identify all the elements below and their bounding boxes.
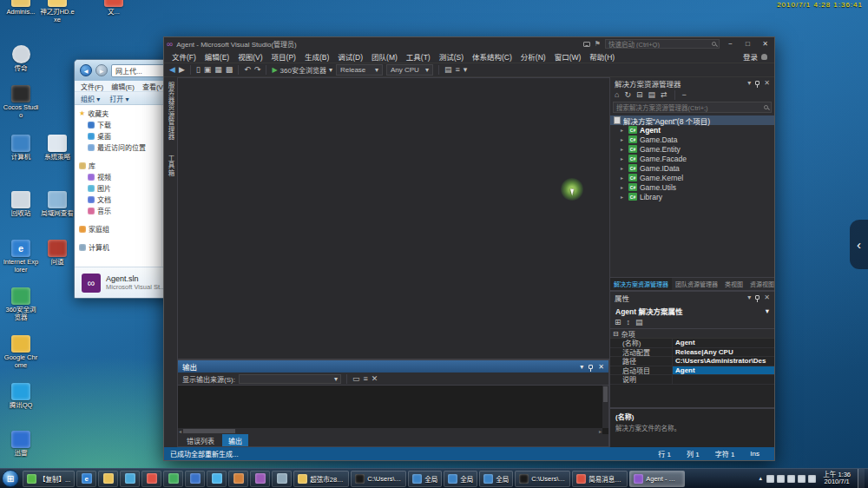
taskbar-icon-360-safe[interactable] bbox=[163, 471, 183, 487]
close-output-icon[interactable]: ✕ bbox=[372, 375, 378, 383]
tray-volume-icon[interactable] bbox=[777, 475, 785, 483]
chevron-right-icon[interactable]: ▸ bbox=[621, 146, 626, 152]
close-icon[interactable]: ✕ bbox=[598, 363, 604, 371]
desktop-icon-network-tool[interactable]: 局域网查看 bbox=[39, 191, 76, 218]
output-content[interactable]: ◂ ▸ bbox=[178, 386, 608, 434]
minimize-button[interactable]: − bbox=[724, 40, 737, 48]
property-pages-icon[interactable]: ▤ bbox=[635, 319, 643, 326]
properties-icon[interactable]: ▤ bbox=[648, 91, 656, 99]
vs-menu-n[interactable]: 分析(N) bbox=[516, 51, 550, 62]
explorer-command-button[interactable]: 组织 ▾ bbox=[81, 94, 100, 103]
explorer-tree-item-music[interactable]: 音乐 bbox=[75, 205, 161, 216]
toolbar-overflow-icon[interactable]: ▾ bbox=[464, 66, 468, 74]
vs-menu-w[interactable]: 窗口(W) bbox=[550, 51, 586, 62]
notifications-flag-icon[interactable]: ⚑ bbox=[595, 40, 601, 48]
desktop-icon-app[interactable]: 文... bbox=[95, 0, 132, 16]
property-row[interactable]: 说明 bbox=[610, 375, 774, 385]
explorer-tree-item-documents[interactable]: 文档 bbox=[75, 194, 161, 205]
property-value[interactable]: Agent bbox=[673, 339, 774, 347]
vs-menu-v[interactable]: 视图(V) bbox=[233, 51, 266, 62]
explorer-menu-item[interactable]: 查看(V) bbox=[142, 82, 166, 91]
desktop-icon-chrome[interactable]: Google Chrome bbox=[3, 335, 39, 369]
explorer-tree-item-libraries[interactable]: 库 bbox=[75, 160, 161, 171]
taskbar-icon-thunder[interactable] bbox=[185, 471, 205, 487]
explorer-tree-item-desktop[interactable]: 桌面 bbox=[75, 130, 161, 142]
taskbar-icon-qq[interactable] bbox=[207, 471, 227, 487]
property-value[interactable]: C:\Users\Administrator\Des bbox=[673, 357, 774, 366]
solution-search-input[interactable]: 搜索解决方案资源管理器(Ctrl+;) bbox=[613, 102, 772, 113]
window-position-icon[interactable]: ▾ bbox=[747, 293, 751, 301]
desktop-icon-qq[interactable]: 腾讯QQ bbox=[3, 383, 39, 410]
scroll-left-icon[interactable]: ◂ bbox=[179, 428, 181, 434]
chevron-right-icon[interactable]: ▸ bbox=[621, 194, 626, 200]
vs-menu-m[interactable]: 团队(M) bbox=[367, 51, 402, 62]
tray-network-icon[interactable] bbox=[787, 475, 795, 483]
chevron-right-icon[interactable]: ▸ bbox=[621, 155, 626, 162]
navigate-forward-icon[interactable]: ▶ bbox=[179, 66, 185, 74]
explorer-menu-item[interactable]: 编辑(E) bbox=[111, 82, 135, 91]
scrollbar-thumb[interactable] bbox=[183, 429, 235, 433]
show-desktop-button[interactable] bbox=[858, 469, 865, 488]
start-debug-button[interactable]: ▶ 360安全浏览器 ▾ bbox=[272, 65, 332, 75]
redo-icon[interactable]: ↷ bbox=[254, 66, 261, 74]
properties-header[interactable]: 属性 ▾ ✕ bbox=[610, 292, 774, 303]
tab-server-explorer[interactable]: 服务器资源管理器 bbox=[166, 82, 175, 141]
refresh-icon[interactable]: ↻ bbox=[624, 91, 631, 99]
alphabetical-icon[interactable]: ↕ bbox=[627, 319, 631, 326]
project-node-library[interactable]: ▸C#Library bbox=[610, 192, 774, 201]
maximize-button[interactable]: □ bbox=[741, 40, 754, 48]
chevron-right-icon[interactable]: ▸ bbox=[621, 127, 626, 133]
panel-tab[interactable]: 类视图 bbox=[721, 278, 746, 290]
scroll-right-icon[interactable]: ▸ bbox=[599, 428, 602, 434]
explorer-tree-item-computer[interactable]: 计算机 bbox=[75, 241, 161, 253]
taskbar-button-message-expert-window[interactable]: 简易消息专家 bbox=[572, 471, 628, 487]
window-position-icon[interactable]: ▾ bbox=[747, 79, 751, 87]
vs-menu-p[interactable]: 项目(P) bbox=[267, 51, 300, 62]
tray-power-icon[interactable] bbox=[808, 475, 816, 483]
solution-root-node[interactable]: 解决方案“Agent”(8 个项目) bbox=[610, 115, 774, 125]
desktop-icon-cocos-studio[interactable]: Cocos Studio bbox=[3, 85, 39, 119]
navigate-back-icon[interactable]: ◀ bbox=[169, 66, 175, 74]
editor-area[interactable] bbox=[177, 77, 609, 359]
taskbar-icon-editor[interactable] bbox=[250, 471, 270, 487]
property-value[interactable]: Agent bbox=[673, 366, 774, 375]
desktop-icon-user-folder[interactable]: Adminis... bbox=[3, 0, 39, 16]
vs-menu-s[interactable]: 测试(S) bbox=[435, 51, 468, 62]
property-row[interactable]: 路径C:\Users\Administrator\Des bbox=[610, 357, 774, 366]
desktop-icon-game[interactable]: 问道 bbox=[39, 240, 76, 267]
collapse-all-icon[interactable]: ⊟ bbox=[636, 91, 643, 99]
open-file-icon[interactable]: ▣ bbox=[204, 66, 212, 74]
property-value[interactable] bbox=[673, 375, 774, 384]
close-icon[interactable]: ✕ bbox=[764, 293, 770, 301]
taskbar-button-app-window-1[interactable]: 全局 bbox=[408, 471, 442, 487]
new-file-icon[interactable]: ▯ bbox=[196, 66, 201, 74]
project-node-game-kernel[interactable]: ▸C#Game.Kernel bbox=[610, 173, 774, 182]
output-panel-header[interactable]: 输出 ▾ ✕ bbox=[178, 360, 608, 373]
explorer-forward-button[interactable]: ▶ bbox=[95, 64, 108, 76]
desktop-icon-documents[interactable]: 系统策略 bbox=[39, 135, 76, 162]
chevron-right-icon[interactable]: ▸ bbox=[621, 136, 626, 142]
taskbar-icon-mail[interactable] bbox=[228, 471, 248, 487]
taskbar-button-cmd-window-2[interactable]: C:\Users\Ad... bbox=[515, 471, 570, 487]
undo-icon[interactable]: ↶ bbox=[244, 66, 251, 74]
tray-overflow-icon[interactable]: ▲ bbox=[758, 476, 763, 481]
taskbar-button-folder-window[interactable]: 超弦市28in... bbox=[293, 471, 349, 487]
desktop-icon-internet-explorer[interactable]: eInternet Explorer bbox=[3, 240, 39, 274]
explorer-tree-item-pictures[interactable]: 图片 bbox=[75, 182, 161, 194]
solution-explorer-header[interactable]: 解决方案资源管理器 ▾ ✕ bbox=[610, 77, 774, 89]
word-wrap-icon[interactable]: ≡ bbox=[363, 375, 367, 383]
pin-icon[interactable] bbox=[755, 81, 760, 85]
desktop-icon-360-browser[interactable]: 360安全浏览器 bbox=[3, 287, 39, 321]
tray-action-center-icon[interactable] bbox=[798, 475, 806, 483]
vs-menu-h[interactable]: 帮助(H) bbox=[585, 51, 619, 62]
configuration-dropdown[interactable]: Release ▾ bbox=[336, 64, 383, 76]
panel-tab[interactable]: 输出 bbox=[222, 434, 248, 446]
start-button[interactable]: ⊞ bbox=[2, 470, 19, 487]
panel-tab[interactable]: 团队资源管理器 bbox=[672, 278, 721, 290]
taskbar-button-cmd-window-1[interactable]: C:\Users\Ad... bbox=[351, 471, 406, 487]
desktop-icon-recycle-bin[interactable]: 回收站 bbox=[3, 191, 39, 218]
close-icon[interactable]: ✕ bbox=[764, 79, 770, 87]
explorer-tree-item-downloads[interactable]: 下载 bbox=[75, 119, 161, 130]
pin-icon[interactable] bbox=[589, 365, 593, 369]
sign-in-area[interactable]: 登录 bbox=[743, 51, 771, 62]
